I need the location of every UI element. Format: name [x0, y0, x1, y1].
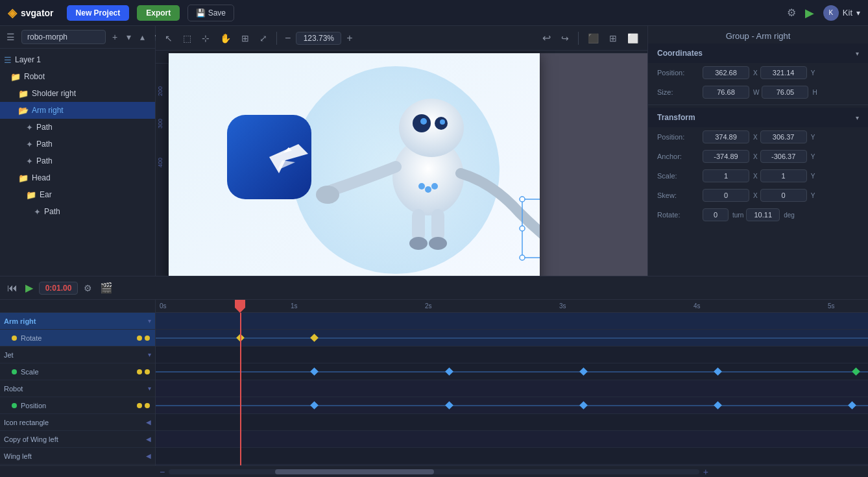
- anchor-y-input[interactable]: [760, 150, 807, 163]
- layer-item-path4[interactable]: ✦ Path: [0, 203, 155, 220]
- fit-tool[interactable]: ⤢: [256, 31, 271, 46]
- export-button[interactable]: Export: [137, 5, 180, 21]
- project-name-input[interactable]: [21, 30, 106, 44]
- timeline-label-wing-left[interactable]: Wing left ◀: [0, 448, 155, 465]
- align-tool[interactable]: ⬛: [584, 31, 603, 46]
- scale-x-input[interactable]: [703, 169, 749, 182]
- add-layer-button[interactable]: +: [110, 31, 120, 43]
- layer-item-arm-right[interactable]: 📂 Arm right: [0, 102, 155, 119]
- keyframe-diamond[interactable]: [445, 401, 453, 410]
- track-wing-left[interactable]: [156, 448, 868, 465]
- zoom-tool[interactable]: ⊞: [237, 31, 253, 46]
- t-position-y-input[interactable]: [760, 130, 807, 143]
- expand-button[interactable]: ▴: [138, 31, 147, 43]
- keyframe-diamond[interactable]: [579, 367, 588, 376]
- zoom-value[interactable]: 123.73%: [296, 32, 341, 45]
- timeline-settings-button[interactable]: ⚙: [82, 281, 94, 295]
- track-position[interactable]: [156, 397, 868, 414]
- layer-item-path1[interactable]: ✦ Path: [0, 119, 155, 136]
- skew-y-input[interactable]: [760, 189, 807, 202]
- canvas-content[interactable]: ↺: [169, 64, 647, 276]
- user-area[interactable]: K Kit ▾: [823, 5, 860, 21]
- scroll-track[interactable]: [169, 469, 699, 474]
- canvas-area[interactable]: 200 300 400 500 600 700 200 300 400: [156, 51, 647, 276]
- size-h-input[interactable]: [762, 86, 808, 99]
- redo-button[interactable]: ↪: [557, 31, 573, 46]
- position-x-input[interactable]: [703, 66, 749, 79]
- layer-item-path2[interactable]: ✦ Path: [0, 136, 155, 153]
- new-project-button[interactable]: New Project: [67, 5, 130, 21]
- track-arm-right[interactable]: [156, 313, 868, 330]
- distribute-tool[interactable]: ⬜: [623, 31, 642, 46]
- time-display[interactable]: 0:01.00: [39, 282, 78, 295]
- track-area[interactable]: [156, 313, 868, 465]
- skew-x-input[interactable]: [703, 189, 749, 202]
- keyframe-diamond[interactable]: [236, 334, 245, 342]
- track-robot[interactable]: [156, 380, 868, 397]
- layer-item-head[interactable]: 📁 Head: [0, 169, 155, 186]
- timeline-label-icon-rectangle[interactable]: Icon rectangle ◀: [0, 414, 155, 431]
- timeline-label-jet[interactable]: Jet ▾: [0, 347, 155, 363]
- layer-item-path3[interactable]: ✦ Path: [0, 153, 155, 169]
- preview-play-button[interactable]: ▶: [805, 6, 814, 20]
- transform-section-header[interactable]: Transform ▾: [648, 108, 868, 127]
- lasso-tool[interactable]: ⊹: [198, 31, 213, 46]
- keyframe-diamond[interactable]: [310, 367, 319, 376]
- keyframe-diamond[interactable]: [714, 401, 722, 410]
- timeline-label-scale[interactable]: Scale: [0, 363, 155, 380]
- grid-tool[interactable]: ⊞: [605, 31, 621, 46]
- t-position-x-input[interactable]: [703, 130, 749, 143]
- anchor-x-input[interactable]: [703, 150, 749, 163]
- keyframe-diamond[interactable]: [310, 401, 319, 410]
- layer-item-ear[interactable]: 📁 Ear: [0, 186, 155, 203]
- timeline-label-position[interactable]: Position: [0, 397, 155, 414]
- layer-item-robot[interactable]: 📁 Robot: [0, 68, 155, 85]
- timeline-play-button[interactable]: ▶: [23, 280, 35, 296]
- collapse-button[interactable]: ▾: [124, 31, 134, 43]
- timeline-ruler: 0s 1s 2s 3s 4s 5s: [156, 300, 868, 313]
- coordinates-section-header[interactable]: Coordinates ▾: [648, 43, 868, 63]
- timeline-rewind-button[interactable]: ⏮: [5, 280, 19, 296]
- keyframe-diamond[interactable]: [852, 367, 860, 376]
- keyframe-diamond[interactable]: [310, 334, 319, 342]
- timeline-label-robot[interactable]: Robot ▾: [0, 380, 155, 397]
- timeline-label-rotate[interactable]: Rotate: [0, 330, 155, 347]
- layer-item-shoulder-right[interactable]: 📁 Sholder right: [0, 85, 155, 102]
- pan-tool[interactable]: ✋: [216, 31, 235, 46]
- timeline-label-copy-wing-left[interactable]: Copy of Wing left ◀: [0, 431, 155, 448]
- track-icon-rectangle[interactable]: [156, 414, 868, 431]
- rotate-val-input[interactable]: [703, 208, 729, 221]
- keyframe-diamond[interactable]: [848, 401, 856, 410]
- keyframe-diamond[interactable]: [714, 367, 722, 376]
- size-w-input[interactable]: [703, 86, 749, 99]
- settings-icon[interactable]: ⚙: [787, 6, 796, 19]
- canvas-frame[interactable]: ↺: [169, 53, 540, 276]
- direct-select-tool[interactable]: ⬚: [179, 31, 195, 46]
- undo-button[interactable]: ↩: [538, 29, 555, 47]
- zoom-in-button[interactable]: +: [344, 32, 355, 44]
- position-y-input[interactable]: [760, 66, 807, 79]
- rotate-deg-input[interactable]: [746, 208, 780, 221]
- coordinates-arrow-icon: ▾: [856, 50, 859, 57]
- keyframe-diamond[interactable]: [445, 367, 453, 376]
- scroll-left-button[interactable]: −: [156, 467, 169, 477]
- track-copy-wing-left[interactable]: [156, 431, 868, 448]
- scroll-thumb[interactable]: [275, 469, 434, 474]
- keyframe-diamond[interactable]: [579, 401, 588, 410]
- hamburger-icon[interactable]: ☰: [6, 32, 15, 42]
- scale-y-input[interactable]: [760, 169, 807, 182]
- timeline-label-arm-right[interactable]: Arm right ▾: [0, 313, 155, 330]
- layer-icon: ☰: [4, 55, 12, 65]
- track-rotate[interactable]: [156, 330, 868, 347]
- timeline-tracks[interactable]: 0s 1s 2s 3s 4s 5s: [156, 300, 868, 465]
- zoom-out-button[interactable]: −: [282, 32, 293, 44]
- save-button[interactable]: 💾 Save: [187, 5, 234, 21]
- track-wing-midle[interactable]: [156, 465, 868, 465]
- track-jet[interactable]: [156, 347, 868, 363]
- track-scale[interactable]: [156, 363, 868, 380]
- timeline-camera-button[interactable]: 🎬: [98, 280, 115, 296]
- select-tool[interactable]: ↖: [161, 31, 176, 46]
- scroll-right-button[interactable]: +: [699, 467, 712, 477]
- rotate-label: Rotate:: [657, 211, 703, 219]
- layer-item-layer1[interactable]: ☰ Layer 1: [0, 51, 155, 68]
